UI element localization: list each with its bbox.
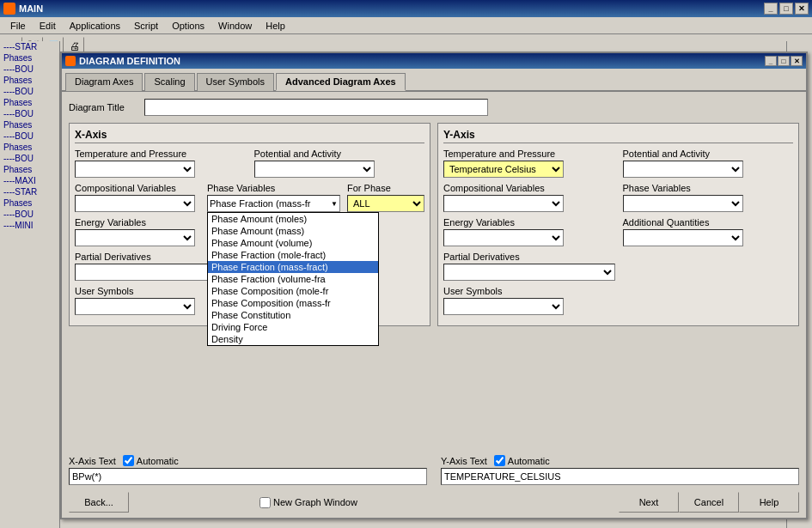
dialog-tabs: Diagram Axes Scaling User Symbols Advanc… <box>62 69 806 92</box>
x-energy-select[interactable] <box>75 229 195 246</box>
sidebar-item-8[interactable]: ----BOU <box>0 130 59 142</box>
axis-text-row: X-Axis Text Automatic Y-Axis Text <box>69 455 799 485</box>
y-axis-panel: Y-Axis Temperature and Pressure Temperat… <box>437 123 799 326</box>
sidebar-item-1[interactable]: Phases <box>0 52 59 64</box>
phase-vars-item-2[interactable]: Phase Amount (volume) <box>208 237 378 249</box>
sidebar-item-9[interactable]: Phases <box>0 142 59 153</box>
tab-user-symbols[interactable]: User Symbols <box>197 73 274 91</box>
maximize-button[interactable]: □ <box>779 3 793 15</box>
next-button[interactable]: Next <box>619 492 679 505</box>
y-temp-pressure-label: Temperature and Pressure <box>443 149 614 159</box>
y-temp-pressure-select[interactable]: Temperature Celsius Temperature Kelvin P… <box>443 161 564 178</box>
menu-window[interactable]: Window <box>211 19 259 33</box>
x-axis-title: X-Axis <box>75 129 424 143</box>
phase-vars-item-6[interactable]: Phase Composition (mole-fr <box>208 285 378 297</box>
sidebar-item-10[interactable]: ----BOU <box>0 153 59 164</box>
y-energy-select[interactable] <box>443 229 564 246</box>
sidebar-item-3[interactable]: Phases <box>0 75 59 86</box>
sidebar-item-16[interactable]: ----MINI <box>0 220 59 231</box>
dialog-minimize-btn[interactable]: _ <box>765 56 777 66</box>
menu-script[interactable]: Script <box>127 19 165 33</box>
y-potential-select[interactable] <box>623 161 743 178</box>
phase-vars-item-8[interactable]: Phase Constitution <box>208 309 378 321</box>
tab-advanced-diagram-axes[interactable]: Advanced Diagram Axes <box>276 73 406 91</box>
x-phase-vars-selected: Phase Fraction (mass-fr <box>210 198 310 209</box>
x-phase-vars-dropdown[interactable]: Phase Fraction (mass-fr ▼ Phase Amount (… <box>207 195 340 212</box>
y-automatic-label: Automatic <box>508 456 550 466</box>
x-axis-text-group: X-Axis Text Automatic <box>69 455 427 485</box>
minimize-button[interactable]: _ <box>764 3 778 15</box>
sidebar-item-11[interactable]: Phases <box>0 164 59 175</box>
dialog-icon <box>65 56 76 66</box>
phase-vars-item-5[interactable]: Phase Fraction (volume-fra <box>208 273 378 285</box>
back-button[interactable]: Back... <box>69 492 129 505</box>
diagram-definition-dialog: DIAGRAM DEFINITION _ □ ✕ Diagram Axes Sc… <box>60 52 808 519</box>
tab-scaling[interactable]: Scaling <box>144 73 194 91</box>
sidebar-item-13[interactable]: ----STAR <box>0 186 59 197</box>
menu-options[interactable]: Options <box>165 19 211 33</box>
sidebar-item-2[interactable]: ----BOU <box>0 64 59 75</box>
phase-vars-item-10[interactable]: Density <box>208 333 378 345</box>
x-comp-select[interactable] <box>75 195 195 212</box>
y-phase-vars-label: Phase Variables <box>623 183 794 193</box>
y-partial-select[interactable] <box>443 264 615 281</box>
y-additional-select[interactable] <box>623 229 743 246</box>
sidebar-item-14[interactable]: Phases <box>0 197 59 209</box>
tab-diagram-axes[interactable]: Diagram Axes <box>65 73 143 91</box>
y-axis-text-group: Y-Axis Text Automatic <box>441 455 799 485</box>
cancel-button[interactable]: Cancel <box>679 492 739 505</box>
y-user-symbols-select[interactable] <box>443 298 564 315</box>
y-phase-vars-select[interactable] <box>623 195 743 212</box>
y-axis-text-label: Y-Axis Text <box>441 456 487 466</box>
y-auto-check: Automatic <box>494 455 550 466</box>
x-top-row: Temperature and Pressure Potential and A… <box>75 149 424 178</box>
sidebar-item-0[interactable]: ----STAR <box>0 41 59 52</box>
x-temp-pressure-group: Temperature and Pressure Potential and A… <box>75 149 424 178</box>
x-temp-pressure-select[interactable] <box>75 161 195 178</box>
x-user-symbols-select[interactable] <box>75 298 195 315</box>
x-axis-text-label-row: X-Axis Text Automatic <box>69 455 427 466</box>
phase-vars-item-9[interactable]: Driving Force <box>208 321 378 333</box>
y-automatic-checkbox[interactable] <box>494 455 505 466</box>
dialog-titlebar: DIAGRAM DEFINITION _ □ ✕ <box>62 53 806 69</box>
help-button[interactable]: Help <box>739 492 799 505</box>
x-auto-check: Automatic <box>123 455 179 466</box>
x-axis-text-label: X-Axis Text <box>69 456 116 466</box>
phase-vars-item-3[interactable]: Phase Fraction (mole-fract) <box>208 249 378 261</box>
sidebar-item-6[interactable]: ----BOU <box>0 108 59 119</box>
x-automatic-label: Automatic <box>137 456 179 466</box>
y-comp-select[interactable] <box>443 195 564 212</box>
dialog-maximize-btn[interactable]: □ <box>778 56 790 66</box>
phase-vars-item-7[interactable]: Phase Composition (mass-fr <box>208 297 378 309</box>
phase-vars-item-1[interactable]: Phase Amount (mass) <box>208 225 378 237</box>
y-user-symbols-label: User Symbols <box>443 286 793 296</box>
sidebar-item-12[interactable]: ----MAXI <box>0 175 59 186</box>
menu-applications[interactable]: Applications <box>63 19 127 33</box>
sidebar-item-15[interactable]: ----BOU <box>0 209 59 220</box>
menu-help[interactable]: Help <box>259 19 292 33</box>
sidebar-item-5[interactable]: Phases <box>0 97 59 108</box>
sidebar-item-7[interactable]: Phases <box>0 119 59 130</box>
diagram-title-input[interactable] <box>144 99 488 116</box>
main-window: MAIN _ □ ✕ File Edit Applications Script… <box>0 0 812 528</box>
y-axis-text-input[interactable] <box>441 468 799 485</box>
dialog-close-btn[interactable]: ✕ <box>791 56 803 66</box>
x-axis-text-input[interactable] <box>69 468 427 485</box>
x-axis-panel: X-Axis Temperature and Pressure Po <box>69 123 430 326</box>
for-phase-select[interactable]: ALL <box>347 195 424 212</box>
x-comp-phase-row: Compositional Variables Phase Variables <box>75 183 424 212</box>
phase-vars-item-0[interactable]: Phase Amount (moles) <box>208 213 378 225</box>
new-graph-window-label: New Graph Window <box>273 497 357 505</box>
x-comp-phase-group: Compositional Variables Phase Variables <box>75 183 424 212</box>
menu-edit[interactable]: Edit <box>33 19 63 33</box>
new-graph-window-checkbox[interactable] <box>259 497 271 506</box>
phase-vars-item-4[interactable]: Phase Fraction (mass-fract) <box>208 261 378 273</box>
x-potential-select[interactable] <box>254 161 375 178</box>
y-additional-label: Additional Quantities <box>623 217 794 228</box>
menu-file[interactable]: File <box>3 19 33 33</box>
x-phase-vars-trigger[interactable]: Phase Fraction (mass-fr ▼ <box>207 195 340 212</box>
close-button[interactable]: ✕ <box>795 3 809 15</box>
y-axis-text-label-row: Y-Axis Text Automatic <box>441 455 799 466</box>
x-automatic-checkbox[interactable] <box>123 455 134 466</box>
sidebar-item-4[interactable]: ----BOU <box>0 86 59 97</box>
